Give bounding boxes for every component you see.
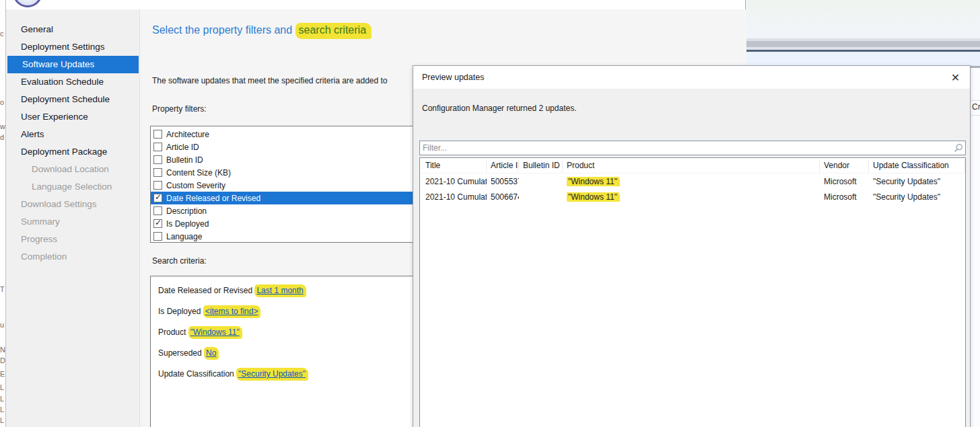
background-console-left-fragments: c o w d T u N D E L L L L <box>0 0 5 427</box>
column-header-classification[interactable]: Update Classification <box>869 159 965 172</box>
criteria-value-link[interactable]: Last 1 month <box>254 284 306 297</box>
filter-option-label: Custom Severity <box>166 181 225 190</box>
page-title: Select the property filters and search c… <box>152 24 372 36</box>
filter-option-label: Is Deployed <box>166 219 209 229</box>
filter-option-label: Description <box>166 206 207 216</box>
wizard-step-user-experience[interactable]: User Experience <box>6 108 139 126</box>
page-title-text: Select the property filters and <box>152 24 295 36</box>
cell-product: "Windows 11" <box>563 177 820 186</box>
text-fragment: o <box>0 98 5 106</box>
wizard-step-deployment-schedule[interactable]: Deployment Schedule <box>6 91 139 108</box>
checkbox-checked[interactable]: ✓ <box>153 194 162 202</box>
cell-classification: "Security Updates" <box>869 192 965 202</box>
dialog-title: Preview updates <box>422 73 484 82</box>
column-header-product[interactable]: Product <box>563 159 820 172</box>
cell-product: "Windows 11" <box>563 192 820 202</box>
text-fragment: L <box>0 383 5 391</box>
text-fragment: E <box>0 370 5 378</box>
criteria-value-link[interactable]: "Windows 11" <box>188 326 242 339</box>
cell-article-id: 5005537 <box>487 177 519 186</box>
wizard-step-download-settings: Download Settings <box>6 196 139 213</box>
filter-option-label: Content Size (KB) <box>166 168 231 178</box>
clipped-column-header-text: Cr <box>972 102 980 112</box>
cell-vendor: Microsoft <box>820 177 869 186</box>
preview-updates-dialog: Preview updates ✕ Configuration Manager … <box>413 65 971 427</box>
criteria-prefix: Update Classification <box>158 369 234 379</box>
wizard-step-alerts[interactable]: Alerts <box>6 126 139 143</box>
cell-classification: "Security Updates" <box>869 177 965 186</box>
checkbox-unchecked[interactable] <box>153 155 162 164</box>
criteria-value-link[interactable]: <items to find> <box>203 305 261 318</box>
wizard-titlebar <box>6 0 745 9</box>
filter-field-wrap <box>419 141 966 155</box>
highlighted-product-value: "Windows 11" <box>567 177 620 186</box>
wizard-step-general[interactable]: General <box>6 21 139 38</box>
wizard-step-evaluation-schedule[interactable]: Evaluation Schedule <box>6 73 139 91</box>
column-header-article-id[interactable]: Article ID <box>487 159 519 172</box>
wizard-logo-icon <box>13 0 42 7</box>
filter-option-label: Article ID <box>166 143 199 152</box>
criteria-prefix: Is Deployed <box>158 307 201 316</box>
search-icon <box>954 143 963 153</box>
property-filters-label: Property filters: <box>152 104 207 114</box>
text-fragment: u <box>0 321 5 329</box>
text-fragment: N <box>0 346 5 354</box>
filter-option-label: Language <box>166 232 202 241</box>
cell-title: 2021-10 Cumulative Upda... <box>420 192 487 202</box>
cell-title: 2021-10 Cumulative Upda... <box>420 177 487 186</box>
text-fragment: T <box>0 285 5 293</box>
wizard-step-list: General Deployment Settings Software Upd… <box>6 9 140 427</box>
wizard-step-software-updates[interactable]: Software Updates <box>7 56 139 73</box>
column-header-bulletin-id[interactable]: Bulletin ID <box>519 159 563 172</box>
updates-table-header: Title Article ID Bulletin ID Product Ven… <box>420 158 965 173</box>
check-icon: ✓ <box>155 192 162 202</box>
checkbox-unchecked[interactable] <box>153 130 162 139</box>
criteria-prefix: Date Released or Revised <box>158 286 252 295</box>
table-row[interactable]: 2021-10 Cumulative Upda... 5006674 "Wind… <box>420 189 965 204</box>
checkbox-unchecked[interactable] <box>153 168 162 177</box>
column-header-vendor[interactable]: Vendor <box>820 159 869 172</box>
checkbox-unchecked[interactable] <box>153 232 162 241</box>
updates-table: Title Article ID Bulletin ID Product Ven… <box>419 157 966 427</box>
criteria-prefix: Product <box>158 327 186 337</box>
text-fragment: D <box>0 356 5 364</box>
checkbox-checked[interactable]: ✓ <box>153 219 162 228</box>
filter-option-label: Date Released or Revised <box>166 194 260 203</box>
checkbox-unchecked[interactable] <box>153 181 162 190</box>
console-band <box>746 52 980 66</box>
dialog-close-button[interactable]: ✕ <box>946 69 965 87</box>
text-fragment: d <box>0 133 5 141</box>
close-icon: ✕ <box>951 72 960 83</box>
filter-option-label: Bulletin ID <box>166 155 203 165</box>
wizard-step-language-selection: Language Selection <box>6 178 139 196</box>
checkbox-unchecked[interactable] <box>153 206 162 215</box>
cell-article-id: 5006674 <box>487 192 519 202</box>
criteria-prefix: Superseded <box>158 348 202 358</box>
check-icon: ✓ <box>155 218 162 227</box>
column-header-title[interactable]: Title <box>420 159 487 172</box>
text-fragment: L <box>0 416 5 424</box>
wizard-step-deployment-settings[interactable]: Deployment Settings <box>6 38 139 56</box>
console-band <box>746 0 980 38</box>
checkbox-unchecked[interactable] <box>153 143 162 151</box>
dialog-titlebar[interactable]: Preview updates ✕ <box>413 66 970 89</box>
highlighted-product-value: "Windows 11" <box>567 192 620 202</box>
criteria-value-link[interactable]: "Security Updates" <box>236 368 308 381</box>
console-band <box>746 41 980 47</box>
search-criteria-label: Search criteria: <box>152 256 207 266</box>
screen: Cr c o w d T u N D E L L L L General Dep… <box>0 0 980 427</box>
wizard-step-progress: Progress <box>6 231 139 248</box>
criteria-value-link[interactable]: No <box>204 347 219 360</box>
wizard-step-deployment-package[interactable]: Deployment Package <box>6 143 139 161</box>
dialog-message: Configuration Manager returned 2 updates… <box>422 104 576 113</box>
wizard-step-download-location: Download Location <box>6 161 139 178</box>
text-fragment: c <box>0 30 5 38</box>
cell-vendor: Microsoft <box>820 192 869 202</box>
page-description: The software updates that meet the speci… <box>152 76 388 85</box>
wizard-step-summary: Summary <box>6 213 139 231</box>
page-title-highlighted-text: search criteria <box>295 23 372 39</box>
text-fragment: L <box>0 405 5 414</box>
text-fragment: w <box>0 122 5 130</box>
table-row[interactable]: 2021-10 Cumulative Upda... 5005537 "Wind… <box>420 173 965 189</box>
filter-input[interactable] <box>419 141 966 155</box>
